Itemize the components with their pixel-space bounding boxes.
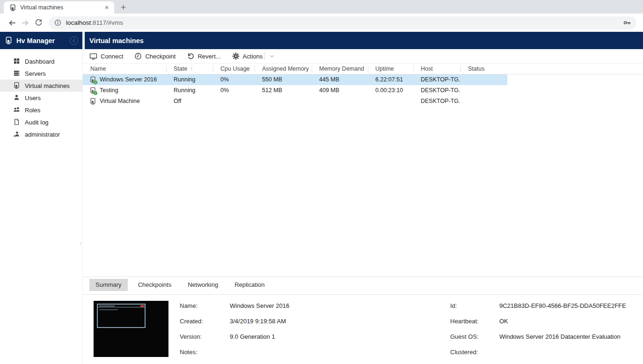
column-header-name[interactable]: Name: [83, 64, 166, 74]
sidebar-item-label: Dashboard: [25, 58, 55, 65]
app-title: Hv Manager: [16, 37, 70, 44]
vm-name: Windows Server 2016: [100, 74, 157, 85]
actions-dropdown-chevron-icon[interactable]: [269, 53, 275, 59]
refresh-icon[interactable]: [32, 16, 45, 29]
sidebar-item-users[interactable]: Users: [0, 92, 82, 104]
summary-content: Name: Windows Server 2016 Created: 3/4/2…: [83, 295, 643, 364]
audit-log-icon: [13, 118, 21, 126]
field-guest-os: Guest OS: Windows Server 2016 Datacenter…: [450, 332, 626, 341]
sidebar-resize-handle-chevron[interactable]: ‹: [80, 240, 81, 247]
vm-assigned-memory: [255, 96, 312, 107]
sidebar-item-label: administrator: [25, 131, 60, 138]
vm-memory-demand: 409 MB: [312, 85, 368, 96]
actions-button[interactable]: Actions: [232, 52, 263, 60]
tab-networking[interactable]: Networking: [182, 279, 224, 291]
page-title: Virtual machines: [89, 37, 144, 44]
vm-assigned-memory: 550 MB: [255, 74, 312, 85]
main-panel: Virtual machines Connect Checkpoint Re: [83, 32, 643, 364]
summary-fields-left: Name: Windows Server 2016 Created: 3/4/2…: [180, 301, 289, 357]
browser-tab[interactable]: Virtual machines ×: [4, 1, 114, 14]
actions-gear-icon: [232, 52, 240, 60]
dashboard-icon: [13, 58, 21, 65]
revert-button[interactable]: Revert...: [187, 52, 220, 60]
vm-host: DESKTOP-TG...: [413, 85, 460, 96]
vm-actions-toolbar: Connect Checkpoint Revert... Actions: [83, 49, 643, 63]
field-heartbeat: Heartbeat: OK: [450, 317, 626, 326]
sidebar-item-audit-log[interactable]: Audit log: [0, 116, 82, 128]
column-header-status[interactable]: Status: [460, 64, 507, 74]
vm-table-row[interactable]: ✓ Testing Running 0% 512 MB 409 MB 0.00:…: [83, 85, 507, 96]
vm-status: [460, 74, 507, 85]
vm-host: DESKTOP-TG...: [413, 96, 460, 107]
app-window: Hv Manager Dashboard Servers: [0, 32, 643, 364]
sidebar: Hv Manager Dashboard Servers: [0, 32, 83, 364]
sidebar-nav: Dashboard Servers Virtual machines Users: [0, 49, 82, 140]
sidebar-item-virtual-machines[interactable]: Virtual machines: [0, 80, 82, 92]
sidebar-item-label: Virtual machines: [25, 82, 70, 89]
sort-ascending-icon: ↑: [190, 66, 193, 72]
vm-cpu: 0%: [213, 85, 255, 96]
vm-memory-demand: [312, 96, 368, 107]
sidebar-header: Hv Manager: [0, 32, 82, 49]
sidebar-item-administrator[interactable]: administrator: [0, 128, 82, 140]
vm-cpu: 0%: [213, 74, 255, 85]
vm-assigned-memory: 512 MB: [255, 85, 312, 96]
field-created: Created: 3/4/2019 9:19:58 AM: [180, 317, 289, 326]
vm-status: [460, 96, 507, 107]
column-header-host[interactable]: Host: [413, 64, 460, 74]
tab-close-icon[interactable]: ×: [103, 4, 110, 11]
site-info-icon[interactable]: [54, 19, 61, 26]
vm-uptime: [368, 96, 413, 107]
url-text[interactable]: localhost:8117/#vms: [66, 19, 123, 26]
vm-icon: [89, 98, 96, 105]
detail-panel: Summary Checkpoints Networking Replicati…: [83, 277, 643, 364]
vm-cpu: [213, 96, 255, 107]
administrator-icon: [13, 131, 21, 138]
vm-screen-thumbnail[interactable]: [94, 301, 168, 357]
checkpoint-clock-icon: [134, 52, 142, 60]
tab-checkpoints[interactable]: Checkpoints: [132, 279, 178, 291]
back-icon[interactable]: [6, 16, 19, 29]
forward-icon[interactable]: [19, 16, 32, 29]
tab-replication[interactable]: Replication: [228, 279, 270, 291]
column-header-cpu-usage[interactable]: Cpu Usage: [213, 64, 255, 74]
vm-table-row[interactable]: Virtual Machine Off DESKTOP-TG...: [83, 96, 507, 107]
tab-favicon-vm-icon: [9, 4, 16, 11]
console-window-preview: [97, 304, 146, 328]
password-key-icon[interactable]: [623, 19, 631, 27]
roles-group-icon: [13, 106, 21, 114]
new-tab-button[interactable]: +: [121, 3, 126, 12]
app-logo-vm-icon: [5, 36, 13, 44]
tab-summary[interactable]: Summary: [89, 279, 128, 291]
address-bar[interactable]: localhost:8117/#vms: [49, 16, 636, 29]
field-id: Id: 9C21B83D-EF80-4566-BF25-DDA50FEE2FFE: [450, 301, 626, 310]
checkpoint-button[interactable]: Checkpoint: [134, 52, 175, 60]
running-badge-icon: ✓: [94, 91, 97, 95]
vm-host: DESKTOP-TG...: [413, 74, 460, 85]
field-version: Version: 9.0 Generation 1: [180, 332, 289, 341]
sidebar-item-roles[interactable]: Roles: [0, 104, 82, 116]
sidebar-item-label: Servers: [25, 70, 46, 77]
vm-table-row[interactable]: ✓ Windows Server 2016 Running 0% 550 MB …: [83, 74, 507, 85]
sidebar-item-dashboard[interactable]: Dashboard: [0, 55, 82, 67]
page-header: Virtual machines: [85, 32, 643, 49]
column-header-uptime[interactable]: Uptime: [368, 64, 413, 74]
vm-status: [460, 85, 507, 96]
field-notes: Notes:: [180, 348, 289, 357]
vm-icon: ✓: [89, 76, 96, 83]
sidebar-collapse-button[interactable]: [70, 36, 78, 45]
vm-uptime: 0.00:23:10: [368, 85, 413, 96]
column-header-assigned-memory[interactable]: Assigned Memory: [255, 64, 312, 74]
revert-undo-icon: [187, 52, 194, 60]
sidebar-item-servers[interactable]: Servers: [0, 67, 82, 80]
connect-button[interactable]: Connect: [89, 53, 123, 60]
sidebar-item-label: Roles: [25, 107, 40, 114]
column-header-memory-demand[interactable]: Memory Demand: [312, 64, 368, 74]
servers-icon: [13, 70, 21, 77]
vm-uptime: 6.22:07:51: [368, 74, 413, 85]
column-header-state[interactable]: State↑: [166, 64, 213, 74]
virtual-machines-icon: [13, 82, 21, 89]
running-badge-icon: ✓: [94, 80, 97, 84]
preview-close-icon: [140, 305, 144, 307]
vm-name: Virtual Machine: [100, 96, 140, 107]
